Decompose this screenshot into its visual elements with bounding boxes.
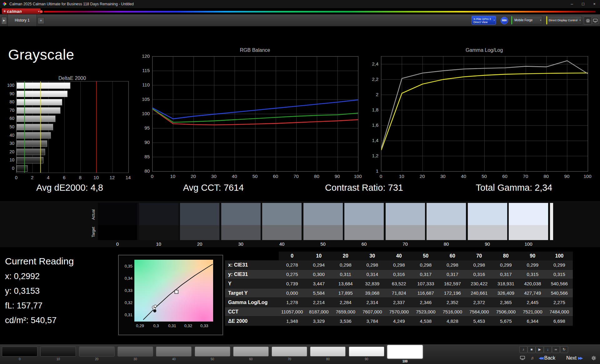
back-button[interactable]: ◀◀ Back: [539, 354, 555, 362]
display-button[interactable]: [592, 17, 599, 24]
patch-label: 0: [98, 241, 137, 247]
target-patch: [427, 225, 466, 240]
table-cell: 540,566: [546, 279, 573, 288]
y-axis-tick: 1: [366, 168, 378, 174]
maximize-button[interactable]: □: [578, 0, 589, 8]
level-button-face: [156, 347, 192, 357]
table-column-header: 100: [546, 252, 573, 260]
tab-history-1[interactable]: History 1: [8, 14, 37, 26]
gamma-chart-title: Gamma Log/Log: [381, 47, 588, 53]
y-axis-tick: 1,6: [366, 122, 378, 128]
table-cell: 8187,000: [306, 307, 332, 317]
level-button-20[interactable]: 20: [79, 347, 115, 361]
add-tab-button[interactable]: +: [38, 17, 44, 24]
table-cell: 5,453: [466, 317, 493, 326]
actual-patch: [221, 203, 261, 225]
grayscale-patch-70: 70: [386, 203, 425, 247]
table-cell: 0,314: [359, 270, 386, 279]
cie-y-tick: 0,32: [119, 300, 132, 305]
table-row-label: Y: [225, 279, 279, 288]
meter-status-badge[interactable]: 666: [501, 17, 508, 24]
refresh-button[interactable]: ↻: [560, 346, 568, 353]
calman-logo-menu[interactable]: ✳ calman ▾: [2, 8, 41, 14]
level-button-40[interactable]: 40: [156, 347, 192, 361]
patch-label: 100: [509, 241, 548, 247]
table-cell: 7659,000: [332, 307, 359, 317]
stop-button[interactable]: ■: [528, 346, 536, 353]
level-button-90[interactable]: 90: [349, 347, 384, 361]
grayscale-patch-50: 50: [303, 203, 343, 247]
level-button-30[interactable]: 30: [118, 347, 153, 361]
deltae-y-tick: 80: [6, 99, 14, 104]
scroll-tabs-button[interactable]: ▶: [1, 17, 7, 24]
play-button[interactable]: ▶: [536, 346, 544, 353]
table-cell: 7516,000: [439, 307, 466, 317]
level-button-60[interactable]: 60: [233, 347, 269, 361]
taskbar-settings-button[interactable]: [590, 354, 598, 362]
save-button[interactable]: ↓: [544, 346, 552, 353]
table-column-header: 0: [279, 252, 306, 260]
level-button-label: 10: [40, 357, 76, 361]
settings-button[interactable]: [584, 17, 592, 25]
cie-y-tick: 0,34: [119, 276, 132, 281]
level-button-0[interactable]: 0: [2, 347, 38, 361]
table-row-label: CCT: [225, 307, 279, 317]
x-axis-tick: 20: [187, 174, 200, 179]
table-cell: 326,409: [492, 288, 519, 298]
deltae-chart-title: DeltaE 2000: [16, 76, 128, 81]
fullscreen-button[interactable]: [519, 354, 526, 361]
level-button-100[interactable]: 100: [387, 347, 423, 363]
gear-icon: [591, 356, 596, 361]
y-axis-tick: 2: [366, 92, 378, 97]
patch-row-end: [550, 203, 553, 240]
table-column-header: 40: [386, 252, 412, 260]
y-axis-tick: 1,8: [366, 107, 378, 112]
audio-icon-button[interactable]: ♪: [519, 346, 528, 353]
rgb-balance-plot-area: [152, 56, 358, 172]
back-arrows-icon: ◀◀: [539, 356, 542, 360]
level-button-70[interactable]: 70: [272, 347, 307, 361]
speaker-button[interactable]: ♫: [529, 354, 536, 361]
patch-label: 40: [262, 241, 302, 247]
level-button-face: [79, 347, 115, 357]
display-control-dropdown[interactable]: Direct Display Control ▾: [546, 16, 582, 25]
deltae-x-tick: 0: [12, 175, 21, 180]
table-cell: 7521,000: [519, 307, 546, 317]
table-column-header: 90: [519, 252, 546, 260]
level-button-label: 100: [387, 360, 423, 363]
table-cell: 7506,000: [492, 307, 519, 317]
chevron-down-icon: ▾: [493, 19, 495, 22]
y-axis-tick: 1,4: [366, 138, 378, 143]
actual-patch: [262, 203, 302, 225]
table-cell: 2,284: [332, 298, 359, 307]
grayscale-patch-90: 90: [468, 203, 507, 247]
x-axis-tick: 20: [416, 174, 428, 179]
level-button-80[interactable]: 80: [310, 347, 346, 361]
deltae-x-tick: 10: [92, 175, 101, 180]
actual-patch: [303, 203, 343, 225]
table-cell: 63,522: [386, 279, 412, 288]
table-cell: 6,344: [519, 317, 546, 326]
cie-x-tick: 0,32: [181, 323, 195, 328]
back-label: Back: [544, 355, 555, 361]
continuous-measure-button[interactable]: ∞: [552, 346, 560, 353]
monitor-icon: [593, 19, 598, 22]
table-cell: 2,346: [412, 298, 439, 307]
level-button-10[interactable]: 10: [40, 347, 76, 361]
close-button[interactable]: ×: [589, 0, 600, 8]
patch-label: 70: [386, 241, 425, 247]
source-dropdown[interactable]: Mobile Forge ▾: [511, 16, 542, 25]
rainbow-dot: [40, 10, 43, 13]
next-arrows-icon: ▶▶: [578, 356, 582, 360]
meter-dropdown[interactable]: X-Rite i1Pro 3 Direct View ▾: [472, 16, 496, 25]
deltae-y-tick: 20: [6, 149, 14, 154]
next-button[interactable]: Next ▶▶: [566, 354, 582, 362]
x-axis-tick: 50: [249, 174, 261, 179]
actual-patch: [509, 203, 548, 225]
chevron-down-icon: ▾: [540, 16, 541, 24]
cie-y-tick: 0,31: [119, 312, 132, 317]
table-cell: 0,299: [519, 260, 546, 270]
minimize-button[interactable]: –: [566, 0, 578, 8]
level-button-50[interactable]: 50: [195, 347, 230, 361]
meter-mode: Direct View: [473, 21, 492, 24]
